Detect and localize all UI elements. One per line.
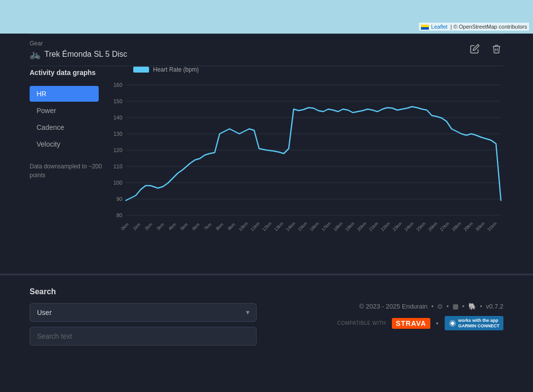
version-text: v0.7.2: [486, 303, 503, 310]
svg-text:19km: 19km: [344, 221, 356, 233]
logo-separator: •: [436, 319, 439, 327]
search-input[interactable]: [30, 327, 257, 346]
svg-text:29km: 29km: [463, 221, 474, 233]
garmin-connect-label: works with the app GARMIN CONNECT: [458, 318, 500, 329]
svg-text:13km: 13km: [273, 221, 285, 233]
svg-text:0km: 0km: [120, 222, 129, 231]
svg-text:120: 120: [114, 147, 122, 153]
cadence-button[interactable]: Cadence: [30, 119, 99, 135]
search-panel: Search User Activity Route ▼: [30, 287, 257, 346]
delete-gear-button[interactable]: [490, 42, 503, 58]
svg-text:23km: 23km: [392, 221, 403, 233]
svg-text:16km: 16km: [309, 221, 320, 233]
brand-logos: compatible with STRAVA • works with the …: [337, 316, 503, 331]
svg-text:26km: 26km: [427, 221, 439, 233]
gear-name-text: Trek Émonda SL 5 Disc: [44, 50, 127, 59]
svg-text:15km: 15km: [297, 221, 308, 233]
ukraine-flag-icon: [421, 25, 429, 30]
svg-text:110: 110: [114, 163, 122, 169]
svg-text:17km: 17km: [321, 221, 332, 233]
svg-text:24km: 24km: [404, 221, 415, 233]
activity-title: Activity data graphs: [30, 68, 109, 78]
svg-text:7km: 7km: [203, 222, 212, 231]
legend-label: Heart Rate (bpm): [153, 66, 199, 73]
downsample-note: Data downsampled to ~200 points: [30, 162, 109, 180]
map-container: Leaflet | © OpenStreetMap contributors: [0, 0, 533, 34]
svg-text:10km: 10km: [238, 221, 249, 233]
chart-container: 160 150 140 130 120 110 100 90 80: [109, 77, 503, 255]
svg-text:21km: 21km: [368, 221, 380, 233]
svg-text:80: 80: [116, 212, 122, 218]
docs-icon[interactable]: ▦: [453, 303, 458, 310]
edit-gear-button[interactable]: [468, 42, 482, 58]
velocity-button[interactable]: Velocity: [30, 136, 99, 152]
user-dropdown-wrapper: User Activity Route ▼: [30, 303, 257, 322]
chart-legend: Heart Rate (bpm): [109, 66, 503, 73]
svg-text:18km: 18km: [333, 221, 344, 233]
svg-text:160: 160: [114, 82, 122, 88]
svg-text:5km: 5km: [179, 222, 189, 231]
svg-text:3km: 3km: [155, 222, 165, 231]
github-icon[interactable]: ⊙: [437, 303, 443, 310]
gear-actions: [468, 42, 503, 58]
svg-text:2km: 2km: [144, 222, 153, 231]
map-attribution: Leaflet | © OpenStreetMap contributors: [419, 23, 529, 31]
svg-text:140: 140: [114, 115, 122, 120]
copyright-text: © 2023 - 2025 Endurain • ⊙ • ▦ • 🐘 • v0.…: [359, 303, 503, 310]
svg-text:25km: 25km: [416, 221, 427, 233]
copyright-panel: © 2023 - 2025 Endurain • ⊙ • ▦ • 🐘 • v0.…: [276, 287, 503, 346]
dot-separator-2: •: [447, 303, 449, 310]
garmin-logo: works with the app GARMIN CONNECT: [445, 316, 504, 331]
svg-text:100: 100: [114, 180, 122, 186]
search-title: Search: [30, 287, 257, 296]
garmin-icon: [449, 319, 457, 327]
gear-section: Gear 🚲 Trek Émonda SL 5 Disc: [0, 34, 533, 66]
svg-text:14km: 14km: [285, 221, 297, 233]
chart-wrapper: Heart Rate (bpm) 160 150 140 130 120 110…: [109, 66, 503, 264]
svg-text:27km: 27km: [439, 221, 451, 233]
gear-info: Gear 🚲 Trek Émonda SL 5 Disc: [30, 40, 127, 60]
svg-text:150: 150: [114, 98, 122, 104]
power-button[interactable]: Power: [30, 103, 99, 118]
hr-button[interactable]: HR: [30, 86, 99, 102]
svg-text:31km: 31km: [487, 221, 498, 233]
svg-text:11km: 11km: [250, 221, 261, 233]
mastodon-icon[interactable]: 🐘: [468, 303, 476, 310]
svg-text:8km: 8km: [215, 222, 224, 231]
svg-text:22km: 22km: [380, 221, 391, 233]
svg-text:90: 90: [116, 196, 122, 202]
strava-logo: STRAVA: [392, 318, 430, 329]
dot-separator-4: •: [480, 303, 482, 310]
gear-name: 🚲 Trek Émonda SL 5 Disc: [30, 49, 127, 60]
svg-text:6km: 6km: [191, 222, 200, 231]
legend-color-swatch: [133, 67, 149, 73]
compatible-label: compatible with: [337, 320, 386, 326]
copyright-year: © 2023 - 2025 Endurain: [359, 303, 427, 310]
svg-text:12km: 12km: [262, 221, 273, 233]
svg-text:4km: 4km: [167, 222, 177, 231]
left-panel: Activity data graphs HR Power Cadence Ve…: [30, 66, 109, 264]
svg-text:28km: 28km: [451, 221, 462, 233]
leaflet-link[interactable]: Leaflet: [431, 24, 448, 30]
bike-icon: 🚲: [30, 49, 40, 60]
svg-text:9km: 9km: [227, 222, 236, 231]
svg-text:1km: 1km: [132, 222, 141, 231]
svg-text:130: 130: [114, 131, 122, 137]
footer-section: Search User Activity Route ▼ © 2023 - 20…: [0, 275, 533, 357]
svg-text:20km: 20km: [356, 221, 368, 233]
dot-separator-1: •: [431, 303, 434, 310]
osm-attribution: © OpenStreetMap contributors: [454, 24, 527, 30]
user-dropdown[interactable]: User Activity Route: [30, 303, 257, 322]
svg-text:30km: 30km: [475, 221, 486, 233]
activity-section: Activity data graphs HR Power Cadence Ve…: [0, 66, 533, 274]
hr-chart: 160 150 140 130 120 110 100 90 80: [109, 77, 503, 255]
dot-separator-3: •: [462, 303, 465, 310]
gear-label: Gear: [30, 40, 127, 47]
